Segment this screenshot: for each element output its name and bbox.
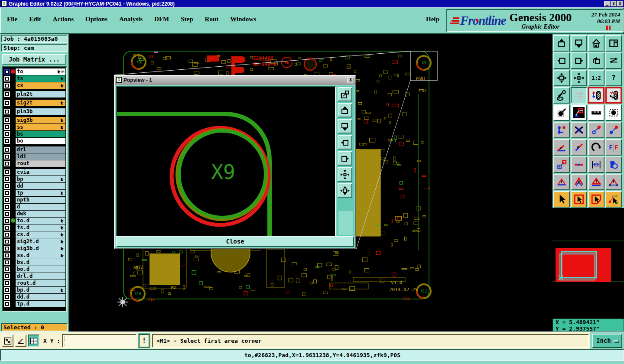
popview-zoom-up-button[interactable] xyxy=(338,103,352,117)
layer-name-bo[interactable]: bo xyxy=(16,138,65,144)
view-back-button[interactable] xyxy=(588,52,604,69)
layer-checkbox-bp[interactable] xyxy=(4,176,10,182)
menu-windows[interactable]: Windows xyxy=(230,16,256,23)
popview-view-right-button[interactable] xyxy=(338,151,352,166)
zoom-margins-out-button[interactable] xyxy=(553,70,570,86)
layer-name-rout.d[interactable]: rout.d xyxy=(16,280,65,286)
measure-angle-button[interactable] xyxy=(15,335,26,347)
help-button[interactable]: ? xyxy=(605,70,622,86)
layer-name-bp[interactable]: bp xyxy=(16,176,65,182)
popview-close-icon[interactable]: X xyxy=(347,77,354,83)
layer-name-dd[interactable]: dd xyxy=(16,183,65,189)
layer-name-cs.d[interactable]: cs.d xyxy=(16,231,65,238)
layer-checkbox-sig2t[interactable] xyxy=(4,100,10,106)
layer-checkbox-cvia[interactable] xyxy=(4,169,10,175)
measure-ruler-button[interactable] xyxy=(588,104,604,121)
layer-name-drl[interactable]: drl xyxy=(16,146,65,153)
angle-line-button[interactable] xyxy=(571,139,587,156)
popview-titlebar[interactable]: X Popview - 1 X xyxy=(115,76,355,84)
view-sequence-button[interactable] xyxy=(605,52,622,69)
layer-checkbox-bs.d[interactable] xyxy=(4,260,10,265)
layer-name-ss.d[interactable]: ss.d xyxy=(16,252,65,259)
net-compare-button[interactable] xyxy=(605,87,622,104)
transform-view-button[interactable] xyxy=(571,104,587,121)
layer-checkbox-rout.d[interactable] xyxy=(4,280,10,286)
layer-checkbox-sig3b.d[interactable] xyxy=(4,246,10,251)
title-bar[interactable]: X Graphic Editor 9.02c2 (00@HY-HYCAM-PC0… xyxy=(0,0,624,7)
menu-help[interactable]: Help xyxy=(426,16,439,23)
layer-checkbox-tp.d[interactable] xyxy=(4,301,10,307)
layer-name-drl.d[interactable]: drl.d xyxy=(16,273,65,280)
layer-checkbox-bo.d[interactable] xyxy=(4,266,10,272)
layer-name-bp.d[interactable]: bp.d xyxy=(16,287,65,293)
layer-name-rout[interactable]: rout xyxy=(16,160,65,167)
layer-name-tp.d[interactable]: tp.d xyxy=(16,301,65,307)
layer-name-ts[interactable]: ts xyxy=(16,75,65,82)
grid-toggle-button[interactable] xyxy=(28,335,39,347)
layer-checkbox-drl[interactable] xyxy=(4,147,10,153)
layer-checkbox-sig3b[interactable] xyxy=(4,117,10,123)
popview-zoom-margins-out-button[interactable] xyxy=(338,183,352,198)
move-symbol-button[interactable] xyxy=(605,122,622,138)
layer-name-bo.d[interactable]: bo.d xyxy=(16,266,65,273)
menu-actions[interactable]: Actions xyxy=(53,16,74,23)
angle-base-button[interactable] xyxy=(553,139,570,156)
layer-checkbox-ts[interactable] xyxy=(4,76,10,81)
color-tools-button[interactable] xyxy=(553,87,570,104)
select-move-button[interactable] xyxy=(553,104,570,121)
popview-view-left-button[interactable] xyxy=(338,135,352,150)
copy-pad-button[interactable] xyxy=(553,156,570,173)
clear-select-button[interactable] xyxy=(571,122,587,138)
layer-name-ts.d[interactable]: ts.d xyxy=(16,224,65,231)
layer-name-ss[interactable]: ss xyxy=(16,124,65,130)
xy-input[interactable] xyxy=(62,334,136,348)
layer-checkbox-ss.d[interactable] xyxy=(4,253,10,258)
layer-checkbox-bo[interactable] xyxy=(4,138,10,144)
layer-checkbox-cs[interactable] xyxy=(4,83,10,88)
popview-popview-duplicate-button[interactable] xyxy=(338,87,352,101)
layer-name-npth[interactable]: npth xyxy=(16,197,65,203)
layer-checkbox-sig2t.d[interactable] xyxy=(4,239,10,244)
select-reference-button[interactable] xyxy=(605,104,622,121)
layer-checkbox-dwk[interactable] xyxy=(4,211,10,217)
measure-gap-button[interactable] xyxy=(588,156,604,173)
layer-name-bs.d[interactable]: bs.d xyxy=(16,259,65,266)
layer-checkbox-cs.d[interactable] xyxy=(4,232,10,237)
minimize-button[interactable]: _ xyxy=(604,1,610,6)
popview-zoom-screen-button[interactable] xyxy=(338,119,352,133)
snap-grid-button[interactable] xyxy=(571,87,587,104)
layer-name-bs[interactable]: bs xyxy=(16,131,65,137)
layer-name-to.d[interactable]: to.d xyxy=(16,218,65,224)
layer-checkbox-rout[interactable] xyxy=(4,161,10,166)
layer-name-pln3b[interactable]: pln3b xyxy=(16,108,65,115)
popview-zoom-margins-in-button[interactable] xyxy=(338,167,352,182)
triangle-base-button[interactable] xyxy=(588,174,604,190)
layer-checkbox-ldi[interactable] xyxy=(4,154,10,159)
window-xy-button[interactable]: xy xyxy=(605,35,622,52)
home-view-button[interactable] xyxy=(588,35,604,52)
popview-canvas[interactable]: X9 xyxy=(116,86,336,237)
layer-checkbox-bp.d[interactable] xyxy=(4,287,10,293)
touching-pads-button[interactable] xyxy=(605,156,622,173)
layer-checkbox-pln2t[interactable] xyxy=(4,91,10,97)
triangle-chevron-button[interactable] xyxy=(571,174,587,190)
layer-name-d[interactable]: d xyxy=(16,204,65,210)
layer-checkbox-drl.d[interactable] xyxy=(4,273,10,279)
pointer-select-button[interactable] xyxy=(553,191,570,208)
layer-name-sig2t[interactable]: sig2t xyxy=(16,100,65,106)
menu-rout[interactable]: Rout xyxy=(205,16,219,23)
menu-step[interactable]: Step xyxy=(181,16,193,23)
zoom-window-button[interactable] xyxy=(2,335,13,347)
grow-symbol-button[interactable] xyxy=(588,122,604,138)
job-matrix-button[interactable]: Job Matrix ... xyxy=(2,54,66,65)
layer-name-ldi[interactable]: ldi xyxy=(16,153,65,160)
layer-name-sig2t.d[interactable]: sig2t.d xyxy=(16,238,65,245)
menu-file[interactable]: File xyxy=(7,16,17,23)
triangle-width-button[interactable] xyxy=(605,174,622,190)
layer-checkbox-to.d[interactable] xyxy=(4,218,10,224)
menu-dfm[interactable]: DFM xyxy=(154,16,169,23)
zoom-screen-button[interactable] xyxy=(571,35,587,52)
layer-checkbox-npth[interactable] xyxy=(4,197,10,203)
layer-name-sig3b[interactable]: sig3b xyxy=(16,117,65,124)
menu-analysis[interactable]: Analysis xyxy=(119,16,143,23)
